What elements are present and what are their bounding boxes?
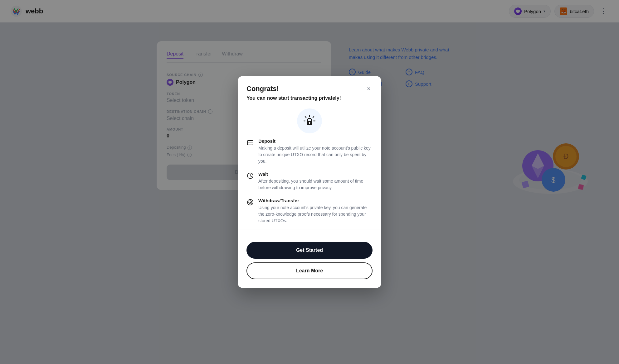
wait-feature-title: Wait: [258, 171, 373, 177]
modal-body: Deposit Making a deposit will utilize yo…: [238, 138, 381, 229]
deposit-feature-title: Deposit: [258, 138, 373, 144]
svg-line-28: [250, 176, 251, 177]
modal-overlay[interactable]: Congrats! You can now start transacting …: [0, 0, 619, 364]
feature-withdraw: Withdraw/Transfer Using your note accoun…: [246, 198, 373, 224]
svg-line-20: [305, 117, 306, 117]
modal-subtitle: You can now start transacting privately!: [246, 95, 373, 101]
deposit-feature-content: Deposit Making a deposit will utilize yo…: [258, 138, 373, 165]
wait-feature-content: Wait After depositing, you should wait s…: [258, 171, 373, 191]
svg-rect-24: [247, 141, 253, 145]
lock-icon: [303, 114, 316, 128]
withdraw-feature-title: Withdraw/Transfer: [258, 198, 373, 203]
withdraw-feature-content: Withdraw/Transfer Using your note accoun…: [258, 198, 373, 224]
feature-wait: Wait After depositing, you should wait s…: [246, 171, 373, 191]
get-started-button[interactable]: Get Started: [246, 242, 373, 259]
learn-more-button[interactable]: Learn More: [246, 262, 373, 279]
modal-footer: Get Started Learn More: [238, 236, 381, 288]
svg-line-17: [313, 117, 314, 117]
modal-title: Congrats!: [246, 85, 373, 93]
deposit-feature-desc: Making a deposit will utilize your note …: [258, 145, 373, 165]
close-button[interactable]: ×: [364, 84, 374, 93]
modal-icon-area: [238, 106, 381, 138]
withdraw-feature-icon: [246, 199, 254, 206]
congrats-modal: Congrats! You can now start transacting …: [238, 76, 381, 288]
svg-rect-23: [309, 123, 310, 124]
wait-feature-desc: After depositing, you should wait some a…: [258, 178, 373, 191]
feature-deposit: Deposit Making a deposit will utilize yo…: [246, 138, 373, 165]
lock-icon-circle: [297, 108, 322, 133]
modal-divider: [238, 229, 381, 229]
wait-feature-icon: [246, 172, 254, 180]
deposit-feature-icon: [246, 139, 254, 146]
modal-header: Congrats! You can now start transacting …: [238, 76, 381, 106]
withdraw-feature-desc: Using your note account's private key, y…: [258, 204, 373, 224]
svg-point-31: [250, 202, 251, 203]
